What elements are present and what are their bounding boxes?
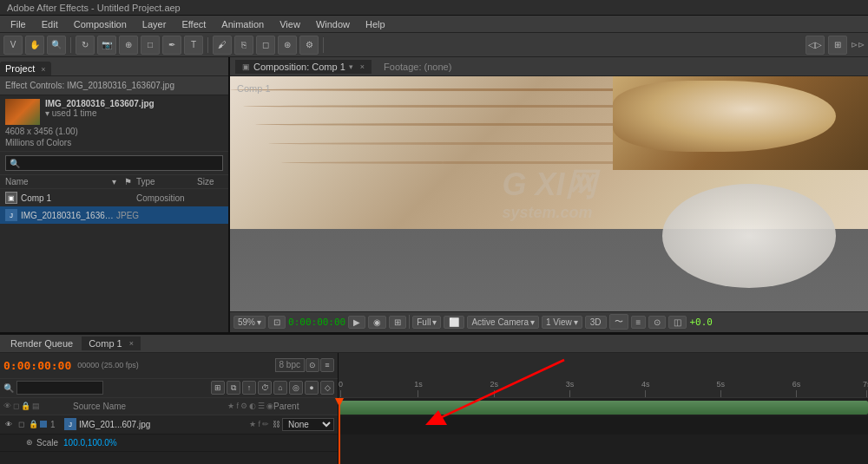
scale-spiral-icon: ⊛ xyxy=(26,438,33,447)
timeline-body: 0:00:00:00 00000 (25.00 fps) 8 bpc ⊙ ≡ 🔍 xyxy=(0,353,868,464)
comp1-tab-close[interactable]: × xyxy=(129,339,134,348)
layer-1-icon: J xyxy=(64,418,76,430)
rulers-btn[interactable]: ◫ xyxy=(668,316,687,329)
menu-help[interactable]: Help xyxy=(358,17,392,31)
tl-icon-5[interactable]: ⌂ xyxy=(273,381,287,395)
project-tab[interactable]: Project × xyxy=(0,62,51,75)
layer-btn[interactable]: ≡ xyxy=(631,316,647,329)
track-row-1 xyxy=(339,398,868,417)
tool-pan[interactable]: ⊕ xyxy=(119,36,138,55)
guides-btn[interactable]: ⊙ xyxy=(648,316,666,329)
comp-icon: ▣ xyxy=(5,192,17,204)
tl-ctrl-1[interactable]: ⊙ xyxy=(306,358,319,372)
project-item-img[interactable]: J IMG_20180316_163607.jpg JPEG xyxy=(0,206,228,224)
tool-snapping[interactable]: ⊞ xyxy=(828,36,847,55)
col-name-header: Name xyxy=(5,177,112,186)
tl-icon-1[interactable]: ⊞ xyxy=(211,381,225,395)
tool-brush[interactable]: 🖌 xyxy=(213,36,232,55)
preview-btn[interactable]: ▶ xyxy=(348,316,365,329)
playhead[interactable] xyxy=(339,398,340,464)
project-thumbnail xyxy=(5,99,40,125)
tool-camera[interactable]: 📷 xyxy=(97,36,116,55)
layer-1-visibility[interactable]: 👁 xyxy=(3,419,14,429)
tl-icon-3[interactable]: ↑ xyxy=(242,381,256,395)
camera-dropdown[interactable]: Active Camera ▾ xyxy=(467,316,539,329)
ruler-7s: 7s xyxy=(863,380,868,397)
quality-dropdown[interactable]: Full ▾ xyxy=(412,316,441,329)
comp-toolbar: 59% ▾ ⊡ 0:00:00:00 ▶ ◉ ⊞ Full ▾ ⬜ Active… xyxy=(230,311,868,332)
tl-icon-7[interactable]: ● xyxy=(305,381,319,395)
layer-1-color[interactable] xyxy=(40,421,47,428)
tl-parent-col: Parent xyxy=(273,402,334,411)
tool-zoom[interactable]: 🔍 xyxy=(47,36,66,55)
fit-btn[interactable]: ⊡ xyxy=(268,316,286,329)
tool-puppet[interactable]: ⚙ xyxy=(299,36,319,55)
tool-hand[interactable]: ✋ xyxy=(25,36,44,55)
menu-view[interactable]: View xyxy=(273,17,307,31)
track-row-scale xyxy=(339,417,868,435)
tool-clone[interactable]: ⎘ xyxy=(234,36,253,55)
timeline-area: Render Queue Comp 1 × 0:00:00:00 00000 (… xyxy=(0,334,868,464)
tl-icon-8[interactable]: ◇ xyxy=(320,381,334,395)
timeline-ruler[interactable]: 0 1s 2s 3s xyxy=(339,353,868,398)
resolution-btn[interactable]: ⬜ xyxy=(444,316,464,329)
render-queue-tab[interactable]: Render Queue xyxy=(3,337,80,350)
quality-value: Full xyxy=(417,317,431,327)
comp-panel: ▣ Composition: Comp 1 ▾ × Footage: (none… xyxy=(230,57,868,332)
comp-tab-main[interactable]: ▣ Composition: Comp 1 ▾ × xyxy=(235,60,372,74)
menu-effect[interactable]: Effect xyxy=(174,17,213,31)
img-name: IMG_20180316_163607.jpg xyxy=(21,211,116,220)
tl-fps: 00000 (25.00 fps) xyxy=(77,361,139,369)
comp1-name: Comp 1 xyxy=(21,193,136,203)
menu-window[interactable]: Window xyxy=(309,17,357,31)
img-type: JPEG xyxy=(116,211,177,220)
comp-tab-close[interactable]: × xyxy=(360,62,365,71)
layer-1[interactable]: 👁 ◻ 🔒 1 J IMG_201...607.jpg ★ f ✏ xyxy=(0,415,338,435)
tool-align[interactable]: ◁▷ xyxy=(806,36,825,55)
bpc-indicator[interactable]: 8 bpc xyxy=(275,358,305,372)
ruler-4s: 4s xyxy=(641,380,650,397)
project-close-icon[interactable]: × xyxy=(41,65,45,74)
tl-search-input[interactable] xyxy=(16,381,103,395)
tool-eraser[interactable]: ◻ xyxy=(256,36,275,55)
color-btn[interactable]: ◉ xyxy=(368,316,386,329)
tool-mask[interactable]: □ xyxy=(141,36,160,55)
layer-1-lock[interactable]: 🔒 xyxy=(28,419,38,429)
view-value: 1 View xyxy=(546,317,572,327)
layer-1-parent-select[interactable]: None xyxy=(282,418,334,431)
layer-1-audio[interactable]: ◻ xyxy=(16,419,26,429)
menu-edit[interactable]: Edit xyxy=(35,17,65,31)
tool-roto[interactable]: ⊛ xyxy=(278,36,297,55)
grid-btn[interactable]: ⊞ xyxy=(389,316,406,329)
view-dropdown[interactable]: 1 View ▾ xyxy=(542,316,582,329)
tool-select[interactable]: V xyxy=(3,36,23,55)
motion-btn[interactable]: 〜 xyxy=(609,314,628,330)
menu-animation[interactable]: Animation xyxy=(214,17,271,31)
tl-layer-controls-header: 👁 ◻ 🔒 ▤ xyxy=(3,402,73,410)
tl-effect-cols: ★ f ⚙ ◐ ☰ ◉ xyxy=(227,402,273,410)
comp1-timeline-tab[interactable]: Comp 1 × xyxy=(82,337,141,350)
toolbar-sep-2 xyxy=(207,37,208,53)
tl-ctrl-2[interactable]: ≡ xyxy=(320,358,334,372)
tool-pen[interactable]: ✒ xyxy=(162,36,181,55)
tl-icon-2[interactable]: ⧉ xyxy=(227,381,240,395)
menu-file[interactable]: File xyxy=(3,17,33,31)
menu-composition[interactable]: Composition xyxy=(67,17,134,31)
project-item-comp1[interactable]: ▣ Comp 1 Composition xyxy=(0,189,228,206)
3d-btn[interactable]: 3D xyxy=(585,316,607,329)
tl-icon-4[interactable]: ⏱ xyxy=(258,381,272,395)
comp1-type: Composition xyxy=(136,193,197,203)
track-area xyxy=(339,398,868,464)
layer-1-num: 1 xyxy=(50,420,64,429)
menu-layer[interactable]: Layer xyxy=(135,17,174,31)
scale-row: ⊛ Scale 100.0,100.0% xyxy=(0,435,338,452)
comp-tab-dropdown[interactable]: ▾ xyxy=(349,62,353,71)
tl-columns-header: 👁 ◻ 🔒 ▤ Source Name ★ f ⚙ ◐ ☰ ◉ Paren xyxy=(0,398,338,415)
zoom-dropdown-icon: ▾ xyxy=(257,317,261,327)
cream-swirl xyxy=(613,81,836,151)
tl-icon-6[interactable]: ◎ xyxy=(289,381,303,395)
zoom-dropdown[interactable]: 59% ▾ xyxy=(233,316,266,329)
tool-rotate[interactable]: ↻ xyxy=(76,36,95,55)
tool-text[interactable]: T xyxy=(184,36,203,55)
project-search-input[interactable] xyxy=(5,155,223,171)
